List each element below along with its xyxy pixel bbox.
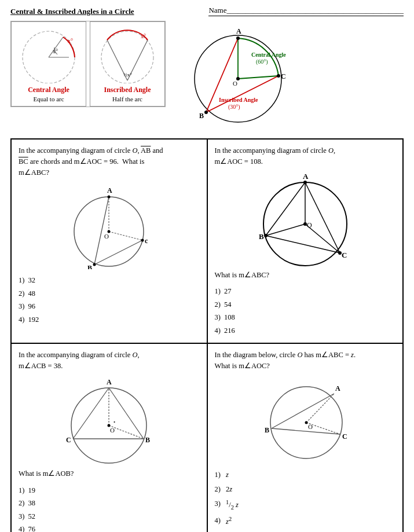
svg-text:A: A <box>303 172 309 181</box>
problem-grid: In the accompanying diagram of circle O,… <box>10 138 404 532</box>
top-illustration: x° x° Central Angle Equal to arc ½x° x° … <box>10 21 404 130</box>
p3-choices: 1)19 2)38 3)52 4)76 <box>19 484 200 533</box>
svg-point-23 <box>277 74 280 78</box>
svg-text:A: A <box>107 186 112 195</box>
svg-text:O: O <box>104 233 109 240</box>
example-circle-svg: A B C O Central Angle (60°) Inscribed An… <box>177 21 293 128</box>
svg-line-26 <box>94 197 109 265</box>
svg-text:O: O <box>308 423 313 430</box>
central-angle-box: x° x° Central Angle Equal to arc <box>11 21 86 107</box>
svg-point-35 <box>93 263 96 266</box>
central-angle-label: Central Angle <box>16 86 81 94</box>
problem-2: In the accompanying diagram of circle O,… <box>207 139 404 343</box>
problem-1: In the accompanying diagram of circle O,… <box>11 139 207 343</box>
svg-text:C: C <box>342 251 347 259</box>
page-title: Central & Inscribed Angles in a Circle <box>10 7 134 16</box>
p2-diagram: A B C O <box>253 172 357 267</box>
problem-3-question: What is m∠AOB? <box>19 468 200 479</box>
svg-point-50 <box>264 234 268 237</box>
inscribed-angle-box: ½x° x° Inscribed Angle Half the arc <box>90 21 165 107</box>
svg-line-68 <box>306 394 334 423</box>
name-field: Name____________________________________… <box>208 6 404 16</box>
svg-text:O: O <box>110 427 115 434</box>
svg-text:x°: x° <box>141 33 146 39</box>
svg-point-49 <box>303 181 307 184</box>
p1-choices: 1)32 2)48 3)96 4)192 <box>19 274 200 326</box>
p4-diagram: A B C O <box>254 376 356 463</box>
svg-point-21 <box>236 36 240 40</box>
problem-2-text: In the accompanying diagram of circle O,… <box>215 145 396 167</box>
problem-1-text: In the accompanying diagram of circle O,… <box>19 145 200 178</box>
svg-text:B: B <box>265 426 269 434</box>
svg-line-29 <box>109 232 142 240</box>
svg-line-67 <box>272 428 340 434</box>
name-label: Name <box>208 6 226 14</box>
svg-text:Central Angle: Central Angle <box>251 52 286 58</box>
svg-line-27 <box>94 240 142 265</box>
svg-text:A: A <box>335 384 340 392</box>
svg-text:c: c <box>145 237 148 245</box>
inscribed-angle-svg: ½x° x° <box>96 25 159 83</box>
problem-3: In the accompanying diagram of circle O,… <box>11 343 207 532</box>
svg-text:(30°): (30°) <box>228 104 240 111</box>
angle-boxes-container: x° x° Central Angle Equal to arc ½x° x° … <box>10 21 166 107</box>
central-angle-sub: Equal to arc <box>16 96 81 102</box>
svg-line-44 <box>266 224 305 236</box>
svg-line-41 <box>266 236 340 253</box>
inscribed-angle-label: Inscribed Angle <box>95 86 160 94</box>
p3-diagram: A B C O • <box>57 376 161 466</box>
svg-point-52 <box>303 222 307 226</box>
svg-text:•: • <box>113 419 115 425</box>
problem-4-text: In the diagram below, circle O has m∠ABC… <box>215 350 396 372</box>
example-circle-diagram: A B C O Central Angle (60°) Inscribed An… <box>177 21 404 130</box>
inscribed-angle-sub: Half the arc <box>95 96 160 102</box>
svg-text:½x°: ½x° <box>123 72 132 78</box>
svg-text:Inscribed Angle: Inscribed Angle <box>219 97 258 103</box>
problem-2-question: What is m∠ABC? <box>215 270 396 281</box>
svg-text:x°: x° <box>68 38 73 44</box>
svg-line-39 <box>266 182 305 236</box>
svg-line-66 <box>272 394 334 428</box>
problem-4: In the diagram below, circle O has m∠ABC… <box>207 343 404 532</box>
svg-text:A: A <box>236 27 241 35</box>
svg-point-51 <box>338 251 342 255</box>
p2-choices: 1)27 2)54 3)108 4)216 <box>215 285 396 337</box>
p1-diagram: A B c O <box>63 182 155 269</box>
svg-point-36 <box>141 239 144 242</box>
svg-line-10 <box>238 76 279 79</box>
svg-text:C: C <box>342 432 347 441</box>
svg-line-12 <box>206 76 279 112</box>
svg-point-37 <box>108 230 111 233</box>
svg-text:B: B <box>199 112 204 120</box>
svg-text:B: B <box>87 264 92 269</box>
problem-3-text: In the accompanying diagram of circle O,… <box>19 350 200 372</box>
header: Central & Inscribed Angles in a Circle N… <box>10 6 404 16</box>
svg-text:C: C <box>66 436 71 444</box>
svg-text:B: B <box>259 232 264 241</box>
svg-point-34 <box>108 196 111 199</box>
svg-text:B: B <box>145 436 150 444</box>
svg-text:O: O <box>233 80 237 87</box>
svg-text:(60°): (60°) <box>256 58 268 65</box>
p4-choices: 1) z 2) 2z 3) 1/2 z 4) z2 <box>215 468 396 530</box>
svg-point-70 <box>305 421 308 424</box>
svg-text:A: A <box>107 378 112 386</box>
svg-line-54 <box>73 388 109 439</box>
svg-point-22 <box>204 111 208 114</box>
central-angle-svg: x° x° <box>17 25 80 83</box>
svg-text:C: C <box>281 72 286 80</box>
svg-text:x°: x° <box>53 48 58 54</box>
svg-point-24 <box>236 77 240 80</box>
svg-line-40 <box>305 182 340 253</box>
svg-text:O: O <box>307 221 312 229</box>
